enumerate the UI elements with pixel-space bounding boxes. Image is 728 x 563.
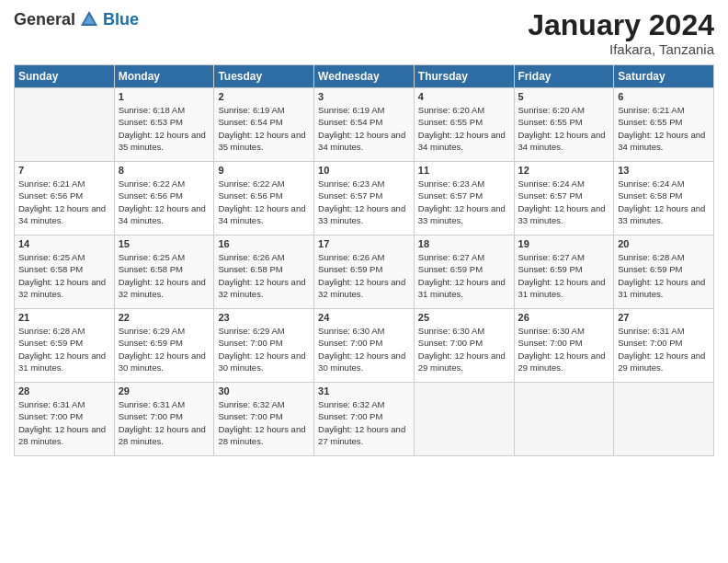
day-info: Sunrise: 6:25 AMSunset: 6:58 PMDaylight:… [119,251,210,300]
day-info: Sunrise: 6:22 AMSunset: 6:56 PMDaylight:… [218,178,310,226]
day-number: 5 [518,91,610,102]
day-number: 21 [18,312,110,323]
location-title: Ifakara, Tanzania [528,41,714,57]
day-info: Sunrise: 6:21 AMSunset: 6:55 PMDaylight:… [618,104,710,153]
calendar-cell: 17 Sunrise: 6:26 AMSunset: 6:59 PMDaylig… [314,236,415,309]
day-number: 1 [119,91,210,102]
day-info: Sunrise: 6:26 AMSunset: 6:58 PMDaylight:… [218,251,310,300]
day-info: Sunrise: 6:21 AMSunset: 6:56 PMDaylight:… [18,178,110,226]
page-header: General Blue January 2024 Ifakara, Tanza… [14,9,714,57]
weekday-header-friday: Friday [514,65,614,88]
calendar-cell: 14 Sunrise: 6:25 AMSunset: 6:58 PMDaylig… [15,236,115,309]
day-number: 20 [618,238,710,249]
weekday-header-tuesday: Tuesday [214,65,314,88]
day-info: Sunrise: 6:23 AMSunset: 6:57 PMDaylight:… [318,178,410,226]
day-number: 18 [418,238,510,249]
weekday-header-thursday: Thursday [414,65,514,88]
day-number: 12 [518,165,610,176]
day-number: 10 [318,165,410,176]
calendar-cell: 16 Sunrise: 6:26 AMSunset: 6:58 PMDaylig… [214,236,314,309]
day-number: 28 [18,385,110,396]
day-number: 17 [318,238,410,249]
day-info: Sunrise: 6:26 AMSunset: 6:59 PMDaylight:… [318,251,410,300]
calendar-cell: 31 Sunrise: 6:32 AMSunset: 7:00 PMDaylig… [314,383,415,456]
calendar-cell: 3 Sunrise: 6:19 AMSunset: 6:54 PMDayligh… [314,88,415,162]
day-number: 16 [218,238,310,249]
logo-general: General [14,10,75,29]
calendar-cell: 2 Sunrise: 6:19 AMSunset: 6:54 PMDayligh… [214,88,314,162]
calendar-cell: 4 Sunrise: 6:20 AMSunset: 6:55 PMDayligh… [414,88,514,162]
weekday-header-sunday: Sunday [15,65,115,88]
day-info: Sunrise: 6:27 AMSunset: 6:59 PMDaylight:… [418,251,510,300]
calendar-table: SundayMondayTuesdayWednesdayThursdayFrid… [14,64,714,456]
day-info: Sunrise: 6:31 AMSunset: 7:00 PMDaylight:… [18,398,110,447]
calendar-cell: 7 Sunrise: 6:21 AMSunset: 6:56 PMDayligh… [15,162,115,236]
day-number: 22 [119,312,210,323]
day-info: Sunrise: 6:30 AMSunset: 7:00 PMDaylight:… [418,325,510,373]
day-info: Sunrise: 6:31 AMSunset: 7:00 PMDaylight:… [618,325,710,373]
day-number: 25 [418,312,510,323]
day-number: 30 [218,385,310,396]
logo-blue: Blue [103,10,139,29]
calendar-cell [15,88,115,162]
day-info: Sunrise: 6:23 AMSunset: 6:57 PMDaylight:… [418,178,510,226]
month-title: January 2024 [528,9,714,41]
calendar-cell [414,383,514,456]
calendar-cell: 25 Sunrise: 6:30 AMSunset: 7:00 PMDaylig… [414,309,514,383]
day-info: Sunrise: 6:18 AMSunset: 6:53 PMDaylight:… [119,104,210,153]
day-info: Sunrise: 6:32 AMSunset: 7:00 PMDaylight:… [318,398,410,447]
day-info: Sunrise: 6:28 AMSunset: 6:59 PMDaylight:… [18,325,110,373]
calendar-cell: 10 Sunrise: 6:23 AMSunset: 6:57 PMDaylig… [314,162,415,236]
day-number: 9 [218,165,310,176]
day-info: Sunrise: 6:29 AMSunset: 6:59 PMDaylight:… [119,325,210,373]
day-info: Sunrise: 6:20 AMSunset: 6:55 PMDaylight:… [518,104,610,153]
day-number: 27 [618,312,710,323]
calendar-cell: 28 Sunrise: 6:31 AMSunset: 7:00 PMDaylig… [15,383,115,456]
logo-icon [79,9,99,29]
day-info: Sunrise: 6:29 AMSunset: 7:00 PMDaylight:… [218,325,310,373]
calendar-cell [514,383,614,456]
calendar-cell: 21 Sunrise: 6:28 AMSunset: 6:59 PMDaylig… [15,309,115,383]
day-number: 31 [318,385,410,396]
calendar-week-row: 28 Sunrise: 6:31 AMSunset: 7:00 PMDaylig… [15,383,714,456]
weekday-header-saturday: Saturday [614,65,714,88]
day-number: 4 [418,91,510,102]
calendar-cell: 5 Sunrise: 6:20 AMSunset: 6:55 PMDayligh… [514,88,614,162]
calendar-cell: 24 Sunrise: 6:30 AMSunset: 7:00 PMDaylig… [314,309,415,383]
weekday-header-row: SundayMondayTuesdayWednesdayThursdayFrid… [15,65,714,88]
day-number: 13 [618,165,710,176]
day-info: Sunrise: 6:30 AMSunset: 7:00 PMDaylight:… [318,325,410,373]
day-number: 2 [218,91,310,102]
calendar-cell: 29 Sunrise: 6:31 AMSunset: 7:00 PMDaylig… [114,383,214,456]
calendar-cell: 1 Sunrise: 6:18 AMSunset: 6:53 PMDayligh… [114,88,214,162]
calendar-cell: 22 Sunrise: 6:29 AMSunset: 6:59 PMDaylig… [114,309,214,383]
calendar-cell: 30 Sunrise: 6:32 AMSunset: 7:00 PMDaylig… [214,383,314,456]
calendar-cell: 27 Sunrise: 6:31 AMSunset: 7:00 PMDaylig… [614,309,714,383]
day-info: Sunrise: 6:20 AMSunset: 6:55 PMDaylight:… [418,104,510,153]
day-info: Sunrise: 6:24 AMSunset: 6:58 PMDaylight:… [618,178,710,226]
day-info: Sunrise: 6:22 AMSunset: 6:56 PMDaylight:… [119,178,210,226]
calendar-cell: 23 Sunrise: 6:29 AMSunset: 7:00 PMDaylig… [214,309,314,383]
day-number: 11 [418,165,510,176]
title-block: January 2024 Ifakara, Tanzania [528,9,714,57]
day-number: 15 [119,238,210,249]
calendar-cell: 9 Sunrise: 6:22 AMSunset: 6:56 PMDayligh… [214,162,314,236]
calendar-cell: 20 Sunrise: 6:28 AMSunset: 6:59 PMDaylig… [614,236,714,309]
calendar-week-row: 1 Sunrise: 6:18 AMSunset: 6:53 PMDayligh… [15,88,714,162]
calendar-cell: 18 Sunrise: 6:27 AMSunset: 6:59 PMDaylig… [414,236,514,309]
day-info: Sunrise: 6:28 AMSunset: 6:59 PMDaylight:… [618,251,710,300]
calendar-cell [614,383,714,456]
day-info: Sunrise: 6:30 AMSunset: 7:00 PMDaylight:… [518,325,610,373]
day-number: 29 [119,385,210,396]
weekday-header-wednesday: Wednesday [314,65,415,88]
day-number: 19 [518,238,610,249]
day-number: 6 [618,91,710,102]
calendar-week-row: 7 Sunrise: 6:21 AMSunset: 6:56 PMDayligh… [15,162,714,236]
weekday-header-monday: Monday [114,65,214,88]
calendar-week-row: 14 Sunrise: 6:25 AMSunset: 6:58 PMDaylig… [15,236,714,309]
day-info: Sunrise: 6:27 AMSunset: 6:59 PMDaylight:… [518,251,610,300]
calendar-cell: 19 Sunrise: 6:27 AMSunset: 6:59 PMDaylig… [514,236,614,309]
calendar-cell: 11 Sunrise: 6:23 AMSunset: 6:57 PMDaylig… [414,162,514,236]
calendar-week-row: 21 Sunrise: 6:28 AMSunset: 6:59 PMDaylig… [15,309,714,383]
day-info: Sunrise: 6:19 AMSunset: 6:54 PMDaylight:… [218,104,310,153]
